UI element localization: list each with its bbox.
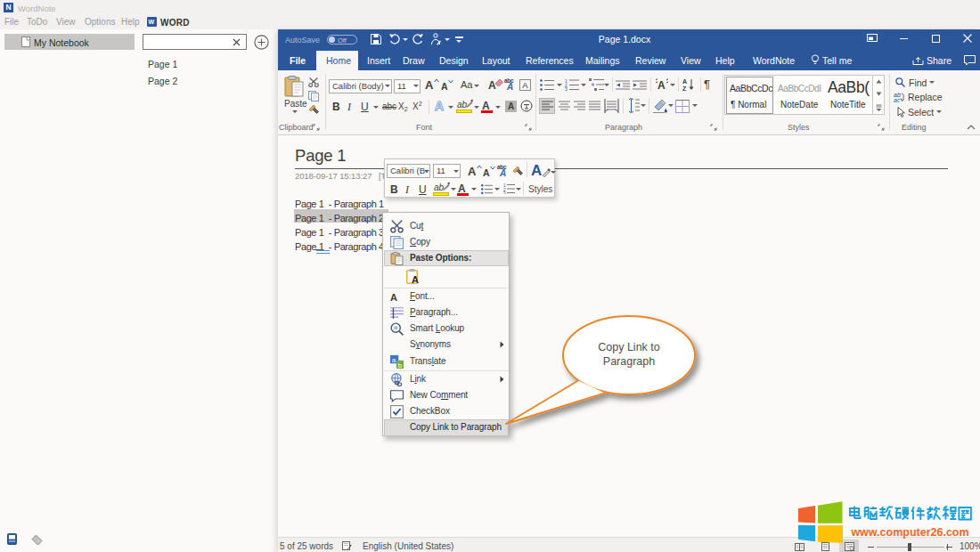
svg-text:A: A <box>412 274 419 285</box>
svg-text:a: a <box>392 356 396 364</box>
svg-text:A: A <box>657 79 666 91</box>
svg-text:Z: Z <box>682 85 687 92</box>
svg-text:b: b <box>398 361 403 369</box>
svg-text:3: 3 <box>565 86 568 91</box>
svg-text:3: 3 <box>503 191 506 195</box>
svg-text:A: A <box>682 78 687 85</box>
svg-text:ac: ac <box>894 97 901 102</box>
